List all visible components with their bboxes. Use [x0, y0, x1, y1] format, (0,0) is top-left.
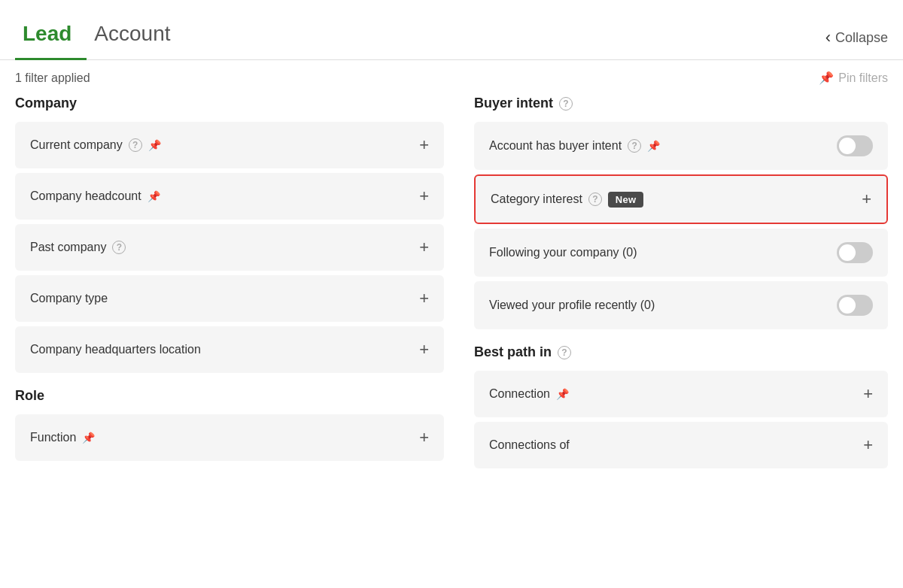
filter-card-past-company: Past company ? + — [15, 224, 444, 271]
company-section: Company Current company ? 📌 + Company he… — [15, 95, 444, 373]
filter-card-company-type: Company type + — [15, 275, 444, 322]
filter-card-connections-of: Connections of + — [474, 422, 888, 468]
buyer-intent-help-icon[interactable]: ? — [559, 97, 573, 111]
tab-lead[interactable]: Lead — [15, 14, 87, 60]
best-path-in-help-icon[interactable]: ? — [558, 346, 571, 359]
current-company-help-icon[interactable]: ? — [129, 138, 142, 152]
past-company-help-icon[interactable]: ? — [112, 241, 126, 254]
function-pin-icon[interactable]: 📌 — [82, 432, 95, 444]
filter-card-category-interest: Category interest ? New + — [474, 174, 888, 224]
viewed-profile-label: Viewed your profile recently (0) — [489, 299, 655, 312]
company-hq-add-button[interactable]: + — [419, 340, 429, 359]
following-company-toggle[interactable] — [837, 242, 873, 263]
chevron-left-icon: ‹ — [825, 28, 831, 47]
filter-card-connection: Connection 📌 + — [474, 371, 888, 417]
pin-filters-label: Pin filters — [838, 71, 888, 85]
category-interest-label: Category interest — [491, 192, 582, 206]
function-label: Function — [30, 431, 76, 444]
company-section-title: Company — [15, 95, 444, 111]
company-type-add-button[interactable]: + — [419, 289, 429, 308]
current-company-label: Current company — [30, 138, 123, 152]
company-type-label: Company type — [30, 292, 108, 305]
role-section-title: Role — [15, 388, 444, 404]
company-headcount-pin-icon[interactable]: 📌 — [147, 190, 160, 202]
connection-add-button[interactable]: + — [863, 384, 873, 404]
connections-of-add-button[interactable]: + — [863, 435, 873, 455]
connection-label: Connection — [489, 387, 550, 401]
main-content: Company Current company ? 📌 + Company he… — [0, 95, 903, 586]
viewed-profile-toggle[interactable] — [837, 295, 873, 316]
current-company-pin-icon[interactable]: 📌 — [148, 139, 161, 151]
best-path-in-section: Best path in ? Connection 📌 + Connection… — [474, 344, 888, 468]
filter-card-function: Function 📌 + — [15, 414, 444, 461]
collapse-button[interactable]: ‹ Collapse — [825, 28, 888, 47]
pin-filters-button[interactable]: 📌 Pin filters — [819, 71, 888, 85]
filter-applied-text: 1 filter applied — [15, 71, 90, 85]
pin-icon: 📌 — [819, 71, 834, 85]
account-buyer-intent-label: Account has buyer intent — [489, 139, 622, 153]
filter-card-company-hq: Company headquarters location + — [15, 326, 444, 373]
left-column: Company Current company ? 📌 + Company he… — [15, 95, 459, 586]
current-company-add-button[interactable]: + — [419, 135, 429, 155]
collapse-label: Collapse — [835, 30, 888, 46]
connections-of-label: Connections of — [489, 438, 570, 452]
buyer-intent-section: Buyer intent ? Account has buyer intent … — [474, 95, 888, 329]
company-headcount-label: Company headcount — [30, 189, 141, 203]
best-path-in-section-title: Best path in ? — [474, 344, 888, 360]
connection-pin-icon[interactable]: 📌 — [556, 388, 569, 400]
role-section: Role Function 📌 + — [15, 388, 444, 461]
company-headcount-add-button[interactable]: + — [419, 186, 429, 206]
account-buyer-intent-help-icon[interactable]: ? — [628, 139, 641, 153]
filter-card-following-company: Following your company (0) — [474, 229, 888, 277]
company-hq-label: Company headquarters location — [30, 343, 201, 356]
account-buyer-intent-toggle[interactable] — [837, 135, 873, 156]
right-column: Buyer intent ? Account has buyer intent … — [459, 95, 888, 586]
category-interest-add-button[interactable]: + — [862, 189, 871, 209]
filter-card-account-buyer-intent: Account has buyer intent ? 📌 — [474, 122, 888, 170]
tabs-header: Lead Account ‹ Collapse — [0, 0, 903, 60]
tab-account[interactable]: Account — [87, 14, 185, 60]
account-buyer-intent-pin-icon[interactable]: 📌 — [647, 140, 660, 152]
past-company-label: Past company — [30, 241, 106, 254]
following-company-label: Following your company (0) — [489, 246, 637, 259]
category-interest-help-icon[interactable]: ? — [588, 192, 602, 206]
function-add-button[interactable]: + — [419, 428, 429, 447]
buyer-intent-section-title: Buyer intent ? — [474, 95, 888, 111]
category-interest-new-badge: New — [608, 192, 644, 208]
filter-bar: 1 filter applied 📌 Pin filters — [0, 60, 903, 95]
past-company-add-button[interactable]: + — [419, 238, 429, 257]
filter-card-current-company: Current company ? 📌 + — [15, 122, 444, 168]
filter-card-company-headcount: Company headcount 📌 + — [15, 173, 444, 220]
filter-card-viewed-profile: Viewed your profile recently (0) — [474, 281, 888, 329]
